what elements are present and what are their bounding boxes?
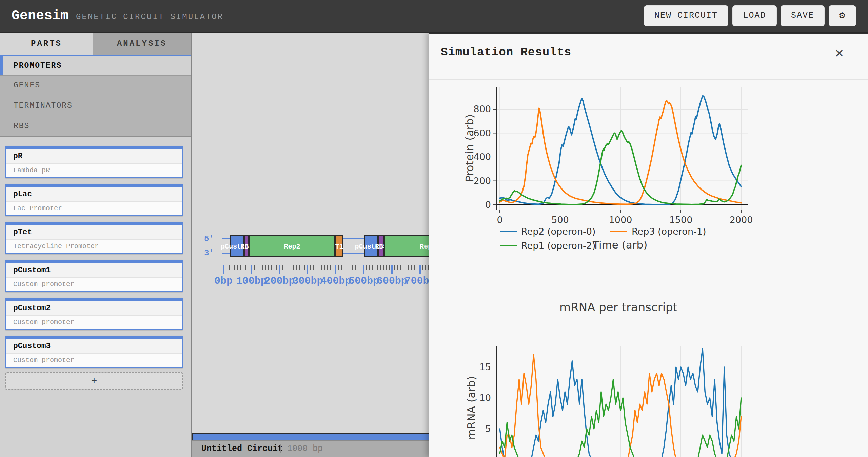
mrna-chart-title: mRNA per transcript bbox=[559, 300, 677, 314]
mrna-chart: 51015 bbox=[462, 340, 754, 457]
legend-label: Rep3 (operon-1) bbox=[632, 226, 706, 237]
svg-text:15: 15 bbox=[479, 362, 491, 372]
sidebar-category-rbs[interactable]: RBS bbox=[0, 116, 191, 136]
app-logo: Genesim bbox=[12, 8, 68, 23]
ruler-label: 100bp bbox=[236, 275, 267, 287]
three-prime-label: 3' bbox=[204, 249, 214, 258]
sidebar-category-terminators[interactable]: TERMINATORS bbox=[0, 96, 191, 116]
ruler-label: 0bp bbox=[214, 275, 233, 287]
svg-text:0: 0 bbox=[497, 215, 502, 225]
time-axis-label: Time (arb) bbox=[593, 239, 647, 251]
ruler-label: 500bp bbox=[349, 275, 379, 287]
ruler-label: 600bp bbox=[377, 275, 407, 287]
svg-text:600: 600 bbox=[473, 128, 491, 138]
circuit-block-terminator[interactable]: T1 bbox=[335, 235, 343, 257]
part-name: pLac bbox=[6, 187, 182, 202]
legend-swatch bbox=[500, 245, 517, 246]
ruler-label: 200bp bbox=[264, 275, 295, 287]
parts-list: pR Lambda pR pLac Lac Promoter pTet Tetr… bbox=[0, 136, 191, 457]
circuit-block-rbs[interactable]: RBS bbox=[244, 235, 249, 257]
part-description: Tetracycline Promoter bbox=[6, 240, 182, 253]
add-part-button[interactable]: + bbox=[5, 372, 183, 390]
circuit-name: Untitled Circuit bbox=[201, 441, 283, 457]
five-prime-label: 5' bbox=[204, 234, 214, 243]
ruler-label: 400bp bbox=[320, 275, 351, 287]
svg-text:2000: 2000 bbox=[730, 215, 753, 225]
part-description: Custom promoter bbox=[6, 278, 182, 291]
tab-analysis[interactable]: ANALYSIS bbox=[93, 33, 191, 55]
app-subtitle: GENETIC CIRCUIT SIMULATOR bbox=[76, 12, 223, 21]
svg-text:800: 800 bbox=[473, 104, 491, 114]
part-card-plac[interactable]: pLac Lac Promoter bbox=[5, 184, 183, 216]
protein-chart: 05001000150020000200400600800 bbox=[462, 82, 754, 225]
sidebar-category-genes[interactable]: GENES bbox=[0, 75, 191, 96]
svg-text:500: 500 bbox=[551, 215, 569, 225]
block-label: Rep2 bbox=[284, 242, 300, 250]
legend-swatch bbox=[610, 231, 627, 232]
part-card-pcustom2[interactable]: pCustom2 Custom promoter bbox=[5, 298, 183, 330]
part-description: Lac Promoter bbox=[6, 202, 182, 215]
legend-swatch bbox=[500, 231, 517, 232]
part-name: pR bbox=[6, 149, 182, 164]
panel-divider bbox=[429, 79, 868, 80]
legend-item-rep2: Rep2 (operon-0) bbox=[500, 226, 595, 237]
svg-text:5: 5 bbox=[485, 423, 491, 434]
legend-label: Rep1 (operon-2) bbox=[521, 240, 595, 251]
close-icon[interactable]: ✕ bbox=[834, 46, 844, 60]
new-circuit-button[interactable]: NEW CIRCUIT bbox=[644, 5, 728, 26]
part-name: pCustom2 bbox=[6, 301, 182, 316]
part-name: pCustom3 bbox=[6, 339, 182, 354]
part-card-pcustom3[interactable]: pCustom3 Custom promoter bbox=[5, 336, 183, 368]
part-description: Custom promoter bbox=[6, 316, 182, 329]
part-description: Custom promoter bbox=[6, 354, 182, 366]
svg-text:1000: 1000 bbox=[609, 215, 632, 225]
circuit-block-rbs-2[interactable]: RBS bbox=[378, 235, 384, 257]
sidebar-category-promoters[interactable]: PROMOTERS bbox=[0, 55, 191, 75]
load-button[interactable]: LOAD bbox=[732, 5, 777, 26]
save-button[interactable]: SAVE bbox=[781, 5, 825, 26]
svg-text:200: 200 bbox=[473, 176, 491, 186]
part-description: Lambda pR bbox=[6, 164, 182, 177]
part-card-pr[interactable]: pR Lambda pR bbox=[5, 146, 183, 178]
part-card-ptet[interactable]: pTet Tetracycline Promoter bbox=[5, 222, 183, 254]
block-label: T1 bbox=[335, 242, 343, 250]
svg-text:1500: 1500 bbox=[669, 215, 693, 225]
circuit-block-gene-rep2[interactable]: Rep2 bbox=[249, 235, 335, 257]
svg-text:10: 10 bbox=[479, 393, 491, 403]
gear-icon[interactable]: ⚙ bbox=[829, 5, 856, 26]
tab-parts[interactable]: PARTS bbox=[0, 33, 93, 55]
legend-item-rep1: Rep1 (operon-2) bbox=[500, 240, 595, 251]
parts-sidebar: PARTS ANALYSIS PROMOTERS GENES TERMINATO… bbox=[0, 33, 191, 457]
legend-item-rep3: Rep3 (operon-1) bbox=[610, 226, 706, 237]
svg-text:0: 0 bbox=[485, 199, 491, 210]
status-separator: | bbox=[278, 441, 283, 457]
legend-label: Rep2 (operon-0) bbox=[521, 226, 595, 237]
part-name: pTet bbox=[6, 225, 182, 240]
panel-title: Simulation Results bbox=[441, 46, 571, 59]
part-card-pcustom1[interactable]: pCustom1 Custom promoter bbox=[5, 260, 183, 292]
simulation-results-panel: Simulation Results ✕ Protein (arb) 05001… bbox=[429, 33, 868, 457]
ruler-label: 300bp bbox=[292, 275, 323, 287]
part-name: pCustom1 bbox=[6, 263, 182, 278]
circuit-length: 1000 bp bbox=[287, 441, 323, 457]
top-bar: Genesim GENETIC CIRCUIT SIMULATOR NEW CI… bbox=[0, 0, 868, 33]
svg-text:400: 400 bbox=[473, 152, 491, 162]
